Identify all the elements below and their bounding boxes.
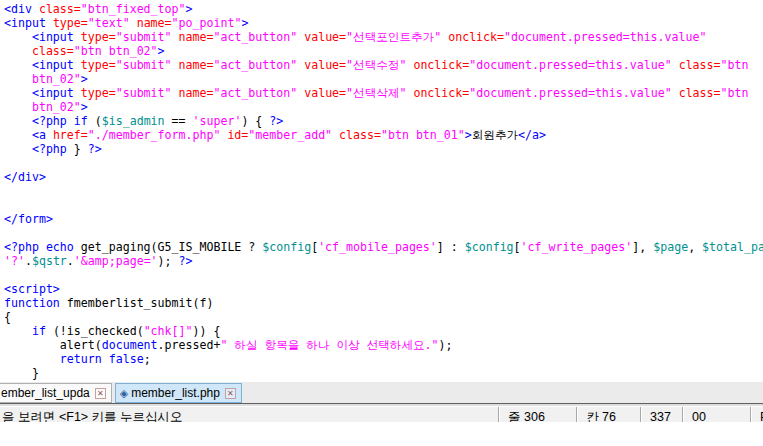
- tab-label: ember_list_upda: [1, 386, 90, 400]
- code-editor[interactable]: <div class="btn_fixed_top"><input type="…: [0, 0, 763, 382]
- tab-member_list.php[interactable]: ◈member_list.php✕: [115, 383, 242, 403]
- status-field: 칸 76: [576, 407, 640, 422]
- code-line: function fmemberlist_submit(f): [4, 296, 763, 310]
- status-field: 00: [682, 407, 750, 422]
- status-field: P: [750, 407, 763, 422]
- code-line: </div>: [4, 170, 763, 184]
- code-line: [4, 184, 763, 198]
- code-line: [4, 226, 763, 240]
- code-line: '?'.$qstr.'&amp;page='); ?>: [4, 254, 763, 268]
- code-line: <a href="./member_form.php" id="member_a…: [4, 128, 763, 142]
- code-line: alert(document.pressed+" 하실 항목을 하나 이상 선택…: [4, 338, 763, 352]
- code-line: <input type="submit" name="act_button" v…: [4, 86, 763, 100]
- code-line: </form>: [4, 212, 763, 226]
- status-field: 줄 306: [498, 407, 576, 422]
- file-type-icon: ◈: [120, 387, 128, 400]
- status-message: 을 보려면 <F1> 키를 누르십시오: [0, 407, 498, 422]
- code-line: <input type="text" name="po_point">: [4, 16, 763, 30]
- code-line: <input type="submit" name="act_button" v…: [4, 58, 763, 72]
- close-icon[interactable]: ✕: [95, 388, 106, 399]
- tab-label: member_list.php: [131, 386, 220, 400]
- status-bar: 을 보려면 <F1> 키를 누르십시오 줄 306칸 7633700P: [0, 407, 763, 422]
- code-line: btn_02">: [4, 72, 763, 86]
- status-field: 337: [640, 407, 682, 422]
- code-line: <div class="btn_fixed_top">: [4, 2, 763, 16]
- code-line: }: [4, 366, 763, 380]
- code-line: btn_02">: [4, 100, 763, 114]
- code-line: {: [4, 310, 763, 324]
- code-line: <?php } ?>: [4, 142, 763, 156]
- code-line: return false;: [4, 352, 763, 366]
- code-line: [4, 198, 763, 212]
- close-icon[interactable]: ✕: [225, 388, 236, 399]
- code-line: if (!is_checked("chk[]")) {: [4, 324, 763, 338]
- code-line: <script>: [4, 282, 763, 296]
- tab-ember_list_upda[interactable]: ember_list_upda✕: [0, 383, 112, 403]
- code-line: <?php if ($is_admin == 'super') { ?>: [4, 114, 763, 128]
- code-line: <input type="submit" name="act_button" v…: [4, 30, 763, 44]
- code-line: [4, 156, 763, 170]
- code-line: <?php echo get_paging(G5_IS_MOBILE ? $co…: [4, 240, 763, 254]
- document-tab-bar: ember_list_upda✕◈member_list.php✕: [0, 382, 763, 403]
- code-line: [4, 268, 763, 282]
- code-line: class="btn btn_02">: [4, 44, 763, 58]
